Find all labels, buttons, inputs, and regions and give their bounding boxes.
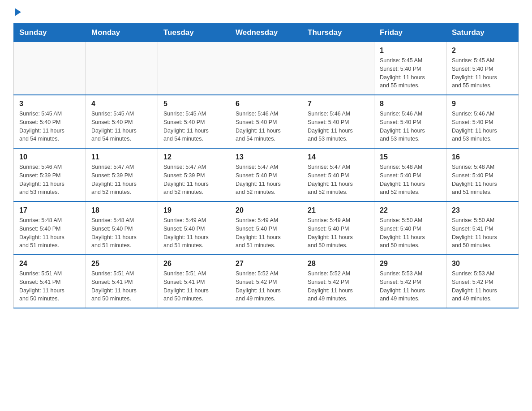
day-info: Sunrise: 5:49 AMSunset: 5:40 PMDaylight:… — [308, 216, 369, 250]
day-info: Sunrise: 5:50 AMSunset: 5:41 PMDaylight:… — [452, 216, 513, 250]
calendar-header-row: SundayMondayTuesdayWednesdayThursdayFrid… — [14, 24, 519, 42]
day-info: Sunrise: 5:45 AMSunset: 5:40 PMDaylight:… — [91, 110, 152, 143]
day-number: 12 — [163, 153, 224, 161]
calendar-cell: 24Sunrise: 5:51 AMSunset: 5:41 PMDayligh… — [14, 255, 86, 308]
calendar-cell: 19Sunrise: 5:49 AMSunset: 5:40 PMDayligh… — [158, 201, 230, 255]
day-number: 9 — [452, 100, 513, 108]
day-info: Sunrise: 5:47 AMSunset: 5:40 PMDaylight:… — [236, 163, 296, 197]
day-header-wednesday: Wednesday — [230, 24, 302, 42]
day-info: Sunrise: 5:45 AMSunset: 5:40 PMDaylight:… — [19, 110, 80, 143]
day-info: Sunrise: 5:48 AMSunset: 5:40 PMDaylight:… — [452, 163, 513, 197]
day-info: Sunrise: 5:49 AMSunset: 5:40 PMDaylight:… — [236, 216, 296, 250]
day-number: 1 — [380, 47, 441, 55]
day-number: 29 — [380, 260, 441, 268]
calendar-cell: 18Sunrise: 5:48 AMSunset: 5:40 PMDayligh… — [86, 201, 158, 255]
calendar-cell — [230, 42, 302, 95]
day-number: 21 — [308, 206, 369, 214]
day-info: Sunrise: 5:51 AMSunset: 5:41 PMDaylight:… — [91, 270, 152, 303]
logo-arrow-icon — [15, 8, 21, 16]
day-info: Sunrise: 5:48 AMSunset: 5:40 PMDaylight:… — [380, 163, 441, 197]
day-header-monday: Monday — [86, 24, 158, 42]
day-info: Sunrise: 5:51 AMSunset: 5:41 PMDaylight:… — [163, 270, 224, 303]
calendar-table: SundayMondayTuesdayWednesdayThursdayFrid… — [13, 23, 519, 308]
day-info: Sunrise: 5:47 AMSunset: 5:39 PMDaylight:… — [163, 163, 224, 197]
day-header-sunday: Sunday — [14, 24, 86, 42]
day-info: Sunrise: 5:46 AMSunset: 5:39 PMDaylight:… — [19, 163, 80, 197]
calendar-week-row: 17Sunrise: 5:48 AMSunset: 5:40 PMDayligh… — [14, 201, 519, 255]
day-info: Sunrise: 5:50 AMSunset: 5:40 PMDaylight:… — [380, 216, 441, 250]
calendar-week-row: 3Sunrise: 5:45 AMSunset: 5:40 PMDaylight… — [14, 95, 519, 148]
day-info: Sunrise: 5:45 AMSunset: 5:40 PMDaylight:… — [452, 56, 513, 90]
calendar-cell: 2Sunrise: 5:45 AMSunset: 5:40 PMDaylight… — [446, 42, 519, 95]
calendar-cell: 16Sunrise: 5:48 AMSunset: 5:40 PMDayligh… — [446, 148, 519, 201]
header — [13, 9, 519, 16]
day-number: 18 — [91, 206, 152, 214]
day-info: Sunrise: 5:52 AMSunset: 5:42 PMDaylight:… — [308, 270, 369, 303]
day-info: Sunrise: 5:46 AMSunset: 5:40 PMDaylight:… — [308, 110, 369, 143]
day-number: 15 — [380, 153, 441, 161]
calendar-cell — [86, 42, 158, 95]
day-header-friday: Friday — [374, 24, 446, 42]
day-number: 23 — [452, 206, 513, 214]
day-number: 20 — [236, 206, 296, 214]
calendar-cell: 4Sunrise: 5:45 AMSunset: 5:40 PMDaylight… — [86, 95, 158, 148]
calendar-week-row: 10Sunrise: 5:46 AMSunset: 5:39 PMDayligh… — [14, 148, 519, 201]
calendar-cell: 23Sunrise: 5:50 AMSunset: 5:41 PMDayligh… — [446, 201, 519, 255]
calendar-cell: 6Sunrise: 5:46 AMSunset: 5:40 PMDaylight… — [230, 95, 302, 148]
day-info: Sunrise: 5:48 AMSunset: 5:40 PMDaylight:… — [19, 216, 80, 250]
day-number: 14 — [308, 153, 369, 161]
day-number: 22 — [380, 206, 441, 214]
calendar-cell: 14Sunrise: 5:47 AMSunset: 5:40 PMDayligh… — [302, 148, 374, 201]
calendar-cell: 29Sunrise: 5:53 AMSunset: 5:42 PMDayligh… — [374, 255, 446, 308]
day-header-saturday: Saturday — [446, 24, 519, 42]
calendar-cell: 3Sunrise: 5:45 AMSunset: 5:40 PMDaylight… — [14, 95, 86, 148]
logo — [13, 9, 21, 16]
day-info: Sunrise: 5:46 AMSunset: 5:40 PMDaylight:… — [236, 110, 296, 143]
day-info: Sunrise: 5:46 AMSunset: 5:40 PMDaylight:… — [380, 110, 441, 143]
day-info: Sunrise: 5:47 AMSunset: 5:39 PMDaylight:… — [91, 163, 152, 197]
calendar-cell: 22Sunrise: 5:50 AMSunset: 5:40 PMDayligh… — [374, 201, 446, 255]
calendar-cell: 30Sunrise: 5:53 AMSunset: 5:42 PMDayligh… — [446, 255, 519, 308]
calendar-week-row: 1Sunrise: 5:45 AMSunset: 5:40 PMDaylight… — [14, 42, 519, 95]
day-number: 7 — [308, 100, 369, 108]
day-number: 6 — [236, 100, 296, 108]
calendar-cell: 1Sunrise: 5:45 AMSunset: 5:40 PMDaylight… — [374, 42, 446, 95]
day-info: Sunrise: 5:53 AMSunset: 5:42 PMDaylight:… — [380, 270, 441, 303]
day-info: Sunrise: 5:45 AMSunset: 5:40 PMDaylight:… — [163, 110, 224, 143]
calendar-cell — [158, 42, 230, 95]
day-info: Sunrise: 5:49 AMSunset: 5:40 PMDaylight:… — [163, 216, 224, 250]
calendar-cell — [14, 42, 86, 95]
day-info: Sunrise: 5:47 AMSunset: 5:40 PMDaylight:… — [308, 163, 369, 197]
calendar-cell: 27Sunrise: 5:52 AMSunset: 5:42 PMDayligh… — [230, 255, 302, 308]
day-number: 11 — [91, 153, 152, 161]
calendar-cell: 17Sunrise: 5:48 AMSunset: 5:40 PMDayligh… — [14, 201, 86, 255]
calendar-cell: 21Sunrise: 5:49 AMSunset: 5:40 PMDayligh… — [302, 201, 374, 255]
day-info: Sunrise: 5:48 AMSunset: 5:40 PMDaylight:… — [91, 216, 152, 250]
day-header-thursday: Thursday — [302, 24, 374, 42]
calendar-cell: 25Sunrise: 5:51 AMSunset: 5:41 PMDayligh… — [86, 255, 158, 308]
calendar-cell: 7Sunrise: 5:46 AMSunset: 5:40 PMDaylight… — [302, 95, 374, 148]
calendar-cell: 12Sunrise: 5:47 AMSunset: 5:39 PMDayligh… — [158, 148, 230, 201]
calendar-cell: 9Sunrise: 5:46 AMSunset: 5:40 PMDaylight… — [446, 95, 519, 148]
calendar-cell: 5Sunrise: 5:45 AMSunset: 5:40 PMDaylight… — [158, 95, 230, 148]
day-info: Sunrise: 5:53 AMSunset: 5:42 PMDaylight:… — [452, 270, 513, 303]
day-info: Sunrise: 5:52 AMSunset: 5:42 PMDaylight:… — [236, 270, 296, 303]
day-number: 13 — [236, 153, 296, 161]
day-number: 19 — [163, 206, 224, 214]
calendar-cell — [302, 42, 374, 95]
calendar-cell: 8Sunrise: 5:46 AMSunset: 5:40 PMDaylight… — [374, 95, 446, 148]
day-number: 5 — [163, 100, 224, 108]
day-info: Sunrise: 5:51 AMSunset: 5:41 PMDaylight:… — [19, 270, 80, 303]
day-header-tuesday: Tuesday — [158, 24, 230, 42]
day-number: 28 — [308, 260, 369, 268]
day-info: Sunrise: 5:46 AMSunset: 5:40 PMDaylight:… — [452, 110, 513, 143]
day-number: 8 — [380, 100, 441, 108]
calendar-week-row: 24Sunrise: 5:51 AMSunset: 5:41 PMDayligh… — [14, 255, 519, 308]
day-number: 16 — [452, 153, 513, 161]
day-number: 25 — [91, 260, 152, 268]
calendar-cell: 11Sunrise: 5:47 AMSunset: 5:39 PMDayligh… — [86, 148, 158, 201]
day-number: 30 — [452, 260, 513, 268]
day-number: 24 — [19, 260, 80, 268]
day-number: 4 — [91, 100, 152, 108]
day-info: Sunrise: 5:45 AMSunset: 5:40 PMDaylight:… — [380, 56, 441, 90]
